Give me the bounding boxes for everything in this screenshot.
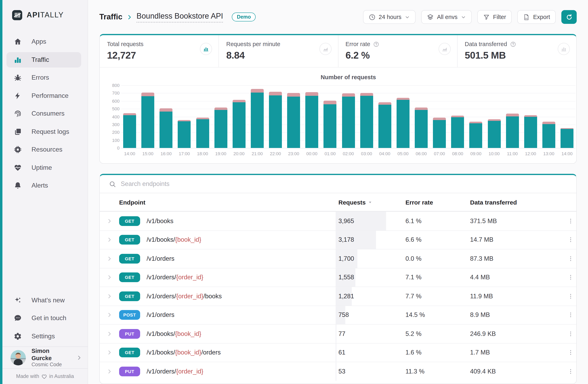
logo[interactable]: APITALLY [2, 0, 88, 30]
endpoint-path: /v1/books/{book_id}/orders [147, 349, 221, 356]
chart-bar [233, 100, 246, 148]
sidebar: APITALLY Apps Traffic Errors Performance [0, 0, 88, 384]
endpoint-path: /v1/orders/{order_id} [147, 274, 203, 281]
path-parameter: {order_id} [176, 368, 203, 375]
sidebar-item-resources[interactable]: Resources [6, 142, 81, 157]
table-row[interactable]: GET /v1/books/{book_id} 3,178 6.6 % 14.7… [100, 230, 576, 249]
chart-bar [451, 115, 464, 148]
row-expander-chevron-icon[interactable] [107, 294, 112, 299]
sidebar-item-performance[interactable]: Performance [6, 88, 81, 103]
row-expander-chevron-icon[interactable] [107, 237, 112, 243]
endpoint-cell: GET /v1/books/{book_id} [119, 235, 336, 245]
bar-error-segment [415, 108, 428, 110]
method-badge: PUT [119, 367, 140, 376]
stat-total-requests[interactable]: Total requests 12,727 [100, 35, 219, 67]
page-header: Traffic Boundless Bookstore API Demo 24 … [99, 0, 577, 34]
row-expander-chevron-icon[interactable] [107, 331, 112, 337]
bar-error-segment [342, 93, 355, 97]
kebab-menu-icon[interactable] [567, 368, 574, 375]
row-expander-chevron-icon[interactable] [107, 256, 112, 262]
stat-data-transferred[interactable]: Data transferred 501.5 MB [458, 35, 576, 67]
endpoint-path: /v1/orders/{order_id}/books [147, 293, 222, 300]
sidebar-item-settings[interactable]: Settings [6, 328, 81, 344]
endpoint-path: /v1/books/{book_id} [147, 330, 201, 338]
column-header-label: Error rate [405, 199, 433, 205]
kebab-menu-icon[interactable] [567, 293, 574, 299]
table-body: GET /v1/books 3,965 6.1 % 371.5 MB [100, 211, 576, 381]
table-row[interactable]: GET /v1/books 3,965 6.1 % 371.5 MB [100, 211, 576, 230]
bar-error-segment [287, 93, 300, 96]
stat-label-row: Data transferred [465, 41, 569, 47]
table-row[interactable]: POST /v1/orders 758 14.5 % 8.9 MB [100, 305, 576, 324]
user-name: Simon Gurcke [32, 347, 71, 362]
search-input[interactable] [121, 180, 576, 188]
table-row[interactable]: PUT /v1/books/{book_id} 77 5.2 % 246.9 K… [100, 324, 576, 343]
sidebar-item-get-in-touch[interactable]: Get in touch [6, 310, 81, 326]
sidebar-item-consumers[interactable]: Consumers [6, 106, 81, 121]
bar-error-segment [451, 115, 464, 117]
kebab-menu-icon[interactable] [567, 331, 574, 337]
stat-requests-per-minute[interactable]: Requests per minute 8.84 [219, 35, 338, 67]
stat-label-row: Total requests [107, 41, 211, 47]
table-row[interactable]: GET /v1/orders 1,700 0.0 % 87.3 MB [100, 249, 576, 268]
sidebar-item-errors[interactable]: Errors [6, 70, 81, 85]
kebab-menu-icon[interactable] [567, 255, 574, 262]
sidebar-item-traffic[interactable]: Traffic [6, 52, 81, 67]
user-menu[interactable]: Simon Gurcke Cosmic Code [2, 346, 88, 369]
sidebar-item-label: Alerts [32, 182, 48, 189]
clock-icon [369, 14, 375, 21]
path-parameter: {book_id} [175, 349, 201, 356]
chevron-down-icon [461, 14, 466, 20]
requests-cell: 3,178 [336, 231, 403, 249]
row-expander-chevron-icon[interactable] [107, 275, 112, 280]
bell-icon [14, 181, 22, 190]
export-button[interactable]: csv Export [517, 10, 556, 24]
chart-bar [342, 93, 355, 148]
question-icon[interactable] [510, 41, 516, 47]
kebab-menu-icon[interactable] [567, 349, 574, 356]
sidebar-item-alerts[interactable]: Alerts [6, 178, 81, 193]
stat-error-rate[interactable]: Error rate 6.2 % [338, 35, 458, 67]
column-header-requests[interactable]: Requests [336, 199, 403, 205]
sidebar-item-apps[interactable]: Apps [6, 34, 81, 49]
sidebar-item-request-logs[interactable]: Request logs [6, 124, 81, 139]
cpu-icon [14, 146, 22, 154]
kebab-menu-icon[interactable] [567, 218, 574, 224]
all-envs-button[interactable]: All envs [421, 10, 472, 24]
chevron-right-icon [76, 355, 82, 360]
sidebar-item-what-s-new[interactable]: What's new [6, 293, 81, 308]
bar-success-segment [123, 115, 136, 148]
method-badge: GET [119, 348, 140, 358]
refresh-button[interactable] [561, 10, 577, 24]
bar-success-segment [306, 96, 318, 148]
table-row[interactable]: PUT /v1/orders/{order_id} 53 11.3 % 409.… [100, 362, 576, 381]
error-rate-value: 11.3 % [403, 368, 468, 375]
y-axis-tick: 400 [103, 114, 120, 119]
table-row[interactable]: GET /v1/orders/{order_id}/books 1,281 7.… [100, 287, 576, 305]
kebab-menu-icon[interactable] [567, 312, 574, 318]
row-expander-chevron-icon[interactable] [107, 350, 112, 356]
chart-bar [269, 91, 282, 148]
user-org: Cosmic Code [32, 362, 71, 368]
kebab-menu-icon[interactable] [567, 274, 574, 281]
row-expander-chevron-icon[interactable] [107, 218, 112, 224]
fingerprint-icon [14, 110, 22, 118]
bar-chart-circle-icon [561, 46, 567, 52]
bar-success-segment [397, 100, 410, 148]
table-row[interactable]: GET /v1/books/{book_id}/orders 61 1.6 % … [100, 343, 576, 362]
question-icon[interactable] [373, 41, 379, 47]
row-expander-chevron-icon[interactable] [107, 312, 112, 318]
24-hours-button[interactable]: 24 hours [363, 10, 416, 24]
kebab-menu-icon[interactable] [567, 237, 574, 243]
breadcrumb-app-name[interactable]: Boundless Bookstore API [136, 12, 223, 23]
sidebar-item-uptime[interactable]: Uptime [6, 160, 81, 175]
row-expander-chevron-icon[interactable] [107, 369, 112, 374]
error-rate-value: 14.5 % [403, 312, 468, 319]
filter-button[interactable]: Filter [477, 10, 512, 24]
requests-value: 3,965 [336, 217, 354, 225]
brand-name: APITALLY [27, 11, 64, 19]
path-segment: /v1/books/ [147, 349, 175, 356]
chart-bar [415, 108, 428, 148]
table-row[interactable]: GET /v1/orders/{order_id} 1,558 7.1 % 4.… [100, 268, 576, 287]
column-header-label: Data transferred [470, 199, 517, 205]
